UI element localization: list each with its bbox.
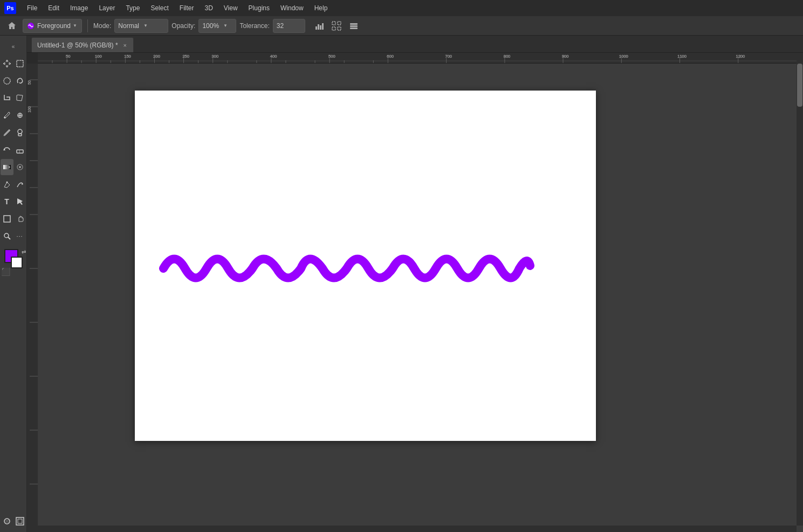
path-select-tool[interactable] (13, 194, 26, 210)
svg-rect-30 (4, 216, 10, 222)
svg-rect-2 (318, 24, 319, 30)
tolerance-label: Tolerance: (239, 22, 269, 30)
more-tools-btn[interactable]: ··· (13, 228, 26, 244)
text-tool[interactable]: T (1, 194, 13, 210)
background-color-swatch[interactable] (11, 257, 23, 268)
svg-text:700: 700 (445, 54, 452, 59)
mode-arrow: ▼ (143, 23, 148, 28)
layers-button[interactable] (346, 18, 361, 33)
workspace: Untitled-1 @ 50% (RGB/8) * × 50 100 (27, 36, 803, 532)
menu-type[interactable]: Type (121, 2, 144, 14)
svg-point-18 (18, 129, 22, 134)
menu-help[interactable]: Help (310, 2, 332, 14)
tool-row-move (0, 55, 26, 72)
svg-point-13 (4, 78, 10, 84)
tool-row-shape (0, 210, 26, 227)
shape-tool[interactable] (1, 211, 13, 227)
opacity-value: 100% (202, 22, 219, 30)
svg-text:1200: 1200 (736, 54, 745, 59)
svg-rect-9 (350, 23, 358, 25)
svg-text:300: 300 (212, 54, 219, 59)
svg-rect-34 (5, 520, 9, 523)
svg-rect-5 (332, 22, 335, 25)
histogram-button[interactable] (312, 18, 327, 33)
marquee-rect-tool[interactable] (13, 56, 26, 72)
pen-tool[interactable] (1, 176, 13, 192)
tool-row-lasso (0, 72, 26, 89)
tool-row-gradient (0, 158, 26, 176)
menu-view[interactable]: View (219, 2, 242, 14)
document-tab[interactable]: Untitled-1 @ 50% (RGB/8) * × (31, 37, 134, 52)
quick-mask-button[interactable] (1, 513, 13, 529)
gradient-tool[interactable] (1, 159, 13, 175)
zoom-tool[interactable] (1, 228, 13, 244)
scrollbar-vertical-thumb[interactable] (797, 64, 802, 107)
separator-1 (87, 19, 88, 32)
svg-text:100: 100 (28, 106, 31, 113)
color-swatches: ⇄ ⬛ (0, 249, 27, 276)
mode-value: Normal (118, 22, 139, 30)
tool-row-brush (0, 124, 26, 141)
svg-text:1100: 1100 (677, 54, 687, 59)
ruler-top: 50 100 150 200 250 300 400 500 600 700 8… (38, 53, 797, 64)
menu-filter[interactable]: Filter (175, 2, 198, 14)
history-brush-tool[interactable] (1, 142, 13, 158)
crop-tool[interactable] (1, 90, 13, 106)
tolerance-input[interactable]: 32 (273, 19, 305, 33)
menu-edit[interactable]: Edit (44, 2, 64, 14)
mode-label: Mode: (93, 22, 111, 30)
menu-layer[interactable]: Layer (94, 2, 119, 14)
tab-close-btn[interactable]: × (122, 42, 128, 49)
elliptical-marquee-tool[interactable] (1, 73, 13, 89)
svg-text:50: 50 (66, 54, 70, 59)
menu-plugins[interactable]: Plugins (244, 2, 274, 14)
perspective-crop-tool[interactable] (13, 90, 26, 106)
screen-mode-button[interactable] (13, 513, 26, 529)
tool-preset-dropdown[interactable]: Foreground ▼ (23, 19, 82, 33)
svg-rect-6 (338, 22, 341, 25)
svg-rect-3 (320, 25, 321, 30)
menu-window[interactable]: Window (276, 2, 308, 14)
svg-text:250: 250 (182, 54, 189, 59)
ps-logo: Ps (4, 2, 16, 14)
tolerance-value: 32 (277, 22, 284, 30)
svg-text:200: 200 (153, 54, 160, 59)
collapse-toolbar-btn[interactable]: « (4, 38, 23, 54)
brush-tool[interactable] (1, 125, 13, 141)
canvas-document[interactable] (135, 91, 596, 441)
svg-rect-10 (350, 25, 358, 27)
svg-rect-11 (350, 27, 358, 29)
tab-bar: Untitled-1 @ 50% (RGB/8) * × (27, 36, 803, 53)
move-tool[interactable] (1, 56, 13, 72)
swap-colors-icon[interactable]: ⇄ (22, 249, 26, 255)
default-colors-icon[interactable]: ⬛ (1, 267, 10, 276)
eyedropper-tool[interactable] (1, 107, 13, 123)
mode-dropdown[interactable]: Normal ▼ (114, 19, 168, 33)
menu-image[interactable]: Image (66, 2, 92, 14)
svg-rect-1 (315, 26, 317, 30)
scrollbar-horizontal[interactable] (27, 526, 797, 532)
select-subject-button[interactable] (329, 18, 344, 33)
lasso-tool[interactable] (13, 73, 26, 89)
home-button[interactable] (4, 18, 19, 33)
canvas-artwork (158, 233, 536, 298)
menu-3d[interactable]: 3D (200, 2, 217, 14)
clone-stamp-tool[interactable] (13, 125, 26, 141)
blur-tool[interactable] (13, 159, 26, 175)
svg-rect-22 (19, 150, 20, 153)
svg-text:500: 500 (328, 54, 335, 59)
spot-healing-tool[interactable] (13, 107, 26, 123)
menu-select[interactable]: Select (146, 2, 173, 14)
menu-file[interactable]: File (23, 2, 42, 14)
bottom-tools (1, 513, 26, 530)
text-tool-label: T (4, 197, 9, 206)
main-layout: « (0, 36, 803, 532)
freeform-pen-tool[interactable] (13, 176, 26, 192)
tool-preset-arrow: ▼ (73, 23, 77, 28)
scrollbar-vertical[interactable] (797, 53, 803, 526)
hand-tool[interactable] (13, 211, 26, 227)
tool-row-mask (1, 513, 26, 530)
eraser-tool[interactable] (13, 142, 26, 158)
canvas-area: 50 100 150 200 250 300 400 500 600 700 8… (27, 53, 803, 532)
opacity-dropdown[interactable]: 100% ▼ (198, 19, 236, 33)
